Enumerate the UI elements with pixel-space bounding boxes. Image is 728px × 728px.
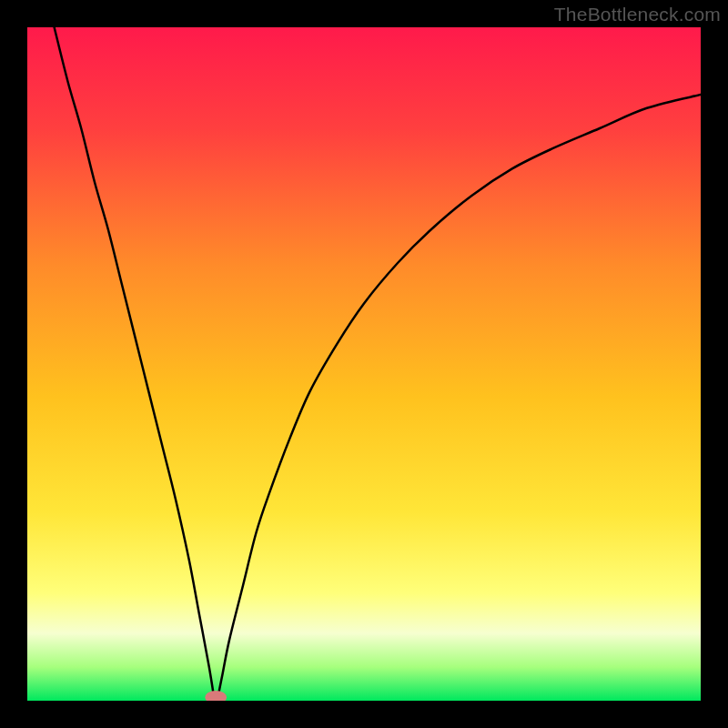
chart-svg: [27, 27, 701, 701]
chart-frame: TheBottleneck.com: [0, 0, 728, 728]
plot-area: [27, 27, 701, 701]
watermark-label: TheBottleneck.com: [554, 4, 721, 25]
